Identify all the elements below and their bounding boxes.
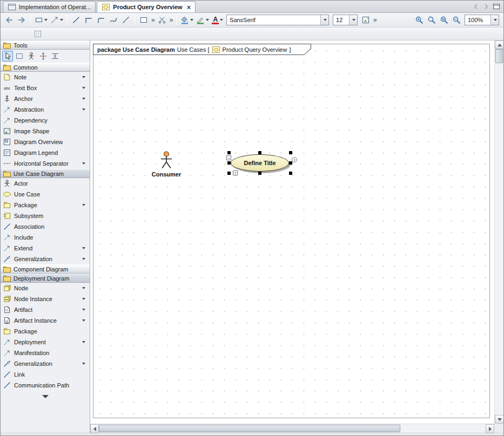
shapes-display-button[interactable] [138,14,150,26]
palette-section-component-diagram[interactable]: Component Diagram [1,264,90,274]
next-diagram-button[interactable] [481,2,491,11]
dropdown-arrow-icon[interactable] [190,19,193,21]
selection-handle-w[interactable] [227,161,231,165]
path-creation-button[interactable] [49,14,64,26]
shape-creation-button[interactable] [33,14,49,26]
palette-section-deployment-diagram[interactable]: Deployment Diagram [1,274,90,283]
marquee-select-tool-button[interactable] [14,51,25,62]
scroll-left-button[interactable] [90,424,99,433]
palette-item-include[interactable]: Include [1,232,90,243]
scroll-down-button[interactable] [495,415,504,424]
cut-button[interactable] [156,14,168,26]
zoom-out-button[interactable] [451,14,462,26]
palette-item-diagram-overview[interactable]: Diagram Overview [1,137,90,147]
font-color-button[interactable]: A [211,14,224,26]
palette-item-subsystem[interactable]: Subsystem [1,210,90,221]
chevron-down-icon[interactable] [320,15,328,25]
align-vertical-tool-button[interactable] [38,51,49,62]
previous-diagram-button[interactable] [471,2,481,11]
fill-color-button[interactable] [179,14,194,26]
collapse-manipulator-icon[interactable] [226,155,231,160]
selection-handle-nw[interactable] [227,151,231,154]
palette-item-artifact-instance[interactable]: Artifact Instance [1,315,90,326]
palette-item-node-instance[interactable]: Node Instance [1,294,90,304]
add-related-manipulator-icon[interactable] [292,157,297,162]
dropdown-arrow-icon[interactable] [82,76,85,78]
selection-handle-n[interactable] [258,151,261,154]
toolbar-overflow-chevron[interactable]: » [150,16,156,24]
use-case-node-define-title[interactable]: Define Title [231,154,289,172]
font-family-select[interactable]: SansSerif [226,15,329,25]
palette-item-image-shape[interactable]: Image Shape [1,126,90,137]
dropdown-arrow-icon[interactable] [82,287,85,289]
dropdown-arrow-icon[interactable] [60,19,63,21]
zoom-selection-button[interactable] [438,14,450,26]
sticky-actor-tool-button[interactable] [26,51,37,62]
rounded-path-style-button[interactable] [95,14,107,26]
dropdown-arrow-icon[interactable] [82,363,85,365]
selection-handle-ne[interactable] [289,151,292,154]
scroll-right-button[interactable] [486,424,494,433]
palette-item-node[interactable]: Node [1,283,90,294]
palette-item-generalization[interactable]: Generalization [1,254,90,264]
extension-point-manipulator-icon[interactable] [233,171,238,175]
dropdown-arrow-icon[interactable] [82,319,85,322]
distribute-tool-button[interactable] [50,51,61,62]
palette-item-extend[interactable]: Extend [1,243,90,254]
zoom-in-button[interactable] [413,14,425,26]
dropdown-arrow-icon[interactable] [82,98,85,100]
selection-handle-se[interactable] [289,172,292,175]
dropdown-arrow-icon[interactable] [206,19,209,21]
palette-item-use-case[interactable]: Use Case [1,189,90,200]
palette-item-dependency[interactable]: Dependency [1,115,90,126]
close-tab-icon[interactable]: × [187,4,191,11]
vertical-scrollbar-thumb[interactable] [495,49,503,63]
vertical-scrollbar[interactable] [494,40,503,424]
path-breaks-button[interactable] [120,14,132,26]
scroll-up-button[interactable] [495,40,504,49]
palette-section-tools[interactable]: Tools [1,40,90,50]
palette-item-actor[interactable]: Actor [1,178,90,189]
chevron-down-icon[interactable] [349,15,357,25]
select-tool-button[interactable] [2,51,13,62]
selection-handle-sw[interactable] [227,172,231,175]
dropdown-arrow-icon[interactable] [220,19,223,21]
oblique-path-style-button[interactable] [70,14,82,26]
chevron-down-icon[interactable] [490,15,499,25]
window-list-button[interactable] [492,2,501,11]
palette-item-communication-path[interactable]: Communication Path [1,380,90,391]
palette-item-abstraction[interactable]: Abstraction [1,104,90,115]
dropdown-arrow-icon[interactable] [82,108,85,111]
selection-handle-s[interactable] [258,172,261,175]
palette-item-link[interactable]: Link [1,369,90,380]
dropdown-arrow-icon[interactable] [82,204,85,206]
palette-item-text-box[interactable]: abcText Box [1,83,90,93]
palette-item-diagram-legend[interactable]: Diagram Legend [1,147,90,158]
palette-section-common[interactable]: Common [1,63,90,72]
zoom-reset-button[interactable] [426,14,438,26]
selection-handle-e[interactable] [289,161,292,165]
palette-item-horizontal-separator[interactable]: Horizontal Separator [1,158,90,169]
palette-item-association[interactable]: Association [1,221,90,232]
palette-item-manifestation[interactable]: Manifestation [1,348,90,358]
palette-item-generalization[interactable]: Generalization [1,358,90,369]
palette-item-package[interactable]: Package [1,326,90,337]
diagram-canvas[interactable]: package Use Case Diagram Use Cases [ Pro… [90,40,494,424]
forward-button[interactable] [16,14,28,26]
dropdown-arrow-icon[interactable] [82,309,85,311]
palette-item-note[interactable]: Note [1,72,90,83]
back-button[interactable] [3,14,15,26]
zoom-select[interactable]: 100% [465,15,499,25]
toolbar-overflow-chevron[interactable]: » [372,16,378,24]
palette-item-artifact[interactable]: Artifact [1,304,90,315]
palette-more-button[interactable] [1,393,90,400]
dropdown-arrow-icon[interactable] [44,19,48,21]
palette-item-anchor[interactable]: Anchor [1,93,90,104]
bezier-path-style-button[interactable] [107,14,119,26]
tab-implementation-of-operations[interactable]: Implementation of Operat... [3,1,96,12]
palette-section-use-case-diagram[interactable]: Use Case Diagram [1,169,90,178]
line-color-button[interactable] [195,14,210,26]
rectilinear-path-style-button[interactable] [83,14,95,26]
horizontal-scrollbar-thumb[interactable] [99,425,400,432]
dropdown-arrow-icon[interactable] [82,247,85,249]
